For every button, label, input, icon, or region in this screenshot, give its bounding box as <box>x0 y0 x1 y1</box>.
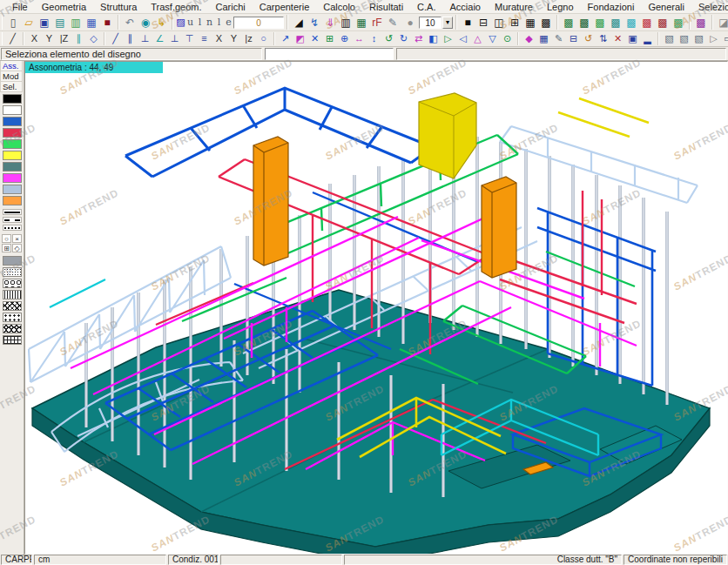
parallel-icon[interactable]: ∥ <box>71 32 86 45</box>
drop-view-icon[interactable]: ⇓ <box>322 15 338 30</box>
rf-filter-icon[interactable]: rF <box>369 15 385 30</box>
level-icon[interactable]: ▂ <box>640 32 655 45</box>
insert-node-icon[interactable]: ⊕ <box>337 32 352 45</box>
mesh-icon[interactable]: ▦ <box>536 32 551 45</box>
eraser-icon[interactable]: ◪ <box>716 15 728 30</box>
snap-grid-icon[interactable]: ≡ <box>197 32 212 45</box>
marker-square[interactable]: ⊞ <box>2 244 11 252</box>
extend-icon[interactable]: ▷ <box>441 32 455 45</box>
print-icon[interactable]: ▦ <box>84 15 99 30</box>
tab-modello[interactable]: Mod <box>0 71 23 82</box>
open-folder-icon[interactable]: ▱ <box>21 15 37 30</box>
menu-item[interactable]: Calcolo <box>316 1 362 13</box>
pattern-solid[interactable] <box>3 256 22 266</box>
select-window-icon[interactable]: ▩ <box>608 15 624 30</box>
snap-z-icon[interactable]: |z <box>241 32 256 45</box>
select-nodes-icon[interactable]: ▩ <box>561 15 576 30</box>
menu-item[interactable]: Geometria <box>35 1 93 13</box>
properties-icon[interactable]: ◆ <box>522 32 536 45</box>
select-previous-icon[interactable]: ▩ <box>671 15 686 30</box>
flip-icon[interactable]: ⇅ <box>596 32 610 45</box>
undo-icon[interactable]: ↶ <box>122 15 138 30</box>
line-numbering-button[interactable]: l <box>195 15 205 30</box>
pattern-dots-large[interactable] <box>3 313 22 322</box>
pattern-circles[interactable] <box>3 324 22 333</box>
edit-pencil-icon[interactable]: ✎ <box>551 32 566 45</box>
measure-pencil-icon[interactable]: ✎ <box>385 15 401 30</box>
flag-icon[interactable]: ▷ <box>706 32 721 45</box>
align-down-icon[interactable]: ▽ <box>485 32 500 45</box>
zoom-value-field[interactable]: 10 <box>419 17 442 29</box>
stretch-h-icon[interactable]: ↔ <box>352 32 367 45</box>
menu-item[interactable]: Risultati <box>362 1 410 13</box>
trim-icon[interactable]: ◁ <box>455 32 470 45</box>
break-icon[interactable]: ✕ <box>610 32 625 45</box>
pattern-diamond[interactable] <box>3 301 22 311</box>
redo-icon[interactable]: ↳ <box>153 15 169 30</box>
lock-x-icon[interactable]: X <box>27 32 42 45</box>
window-hsplit-icon[interactable]: ⊟ <box>475 15 491 30</box>
node-numbering-button[interactable]: u <box>185 15 195 30</box>
command-input[interactable] <box>265 48 394 60</box>
invert-selection-icon[interactable]: ▩ <box>655 15 671 30</box>
rotate-copy-icon[interactable]: ↺ <box>581 32 596 45</box>
swatch-orange[interactable] <box>3 196 22 205</box>
snap-normal-icon[interactable]: ⊥ <box>167 32 182 45</box>
pattern-hdots[interactable] <box>3 290 22 299</box>
swatch-teal[interactable] <box>3 162 22 172</box>
linestyle-dotted[interactable] <box>3 225 22 231</box>
mirror-icon[interactable]: ◧ <box>426 32 441 45</box>
join-icon[interactable]: ▣ <box>625 32 640 45</box>
rotate-view-icon[interactable]: ◉ <box>138 15 153 30</box>
menu-item[interactable]: Murature <box>488 1 540 13</box>
lock-y-icon[interactable]: Y <box>42 32 57 45</box>
wire-cube2-icon[interactable]: ▧ <box>677 32 691 45</box>
snap-x-icon[interactable]: X <box>212 32 226 45</box>
pattern-crosshatch[interactable] <box>3 335 22 345</box>
marker-circle[interactable]: ○ <box>2 234 11 243</box>
linestyle-solid[interactable] <box>3 209 22 215</box>
drawing-viewport[interactable]: Assonometria : 44, 49 <box>24 61 728 555</box>
menu-item[interactable]: Acciaio <box>443 1 488 13</box>
draw-line-icon[interactable]: ╱ <box>5 32 20 45</box>
menu-item[interactable]: Fondazioni <box>581 1 642 13</box>
linestyle-dashed[interactable] <box>3 217 22 223</box>
window-vsplit-icon[interactable]: ◫ <box>491 15 507 30</box>
swatch-black[interactable] <box>3 94 22 104</box>
menu-item[interactable]: Trasf.geom. <box>144 1 208 13</box>
entity-numbering-button[interactable]: e <box>224 15 233 30</box>
swatch-yellow[interactable] <box>3 151 22 160</box>
lasso-icon[interactable]: ○ <box>256 32 271 45</box>
snap-top-icon[interactable]: ⊤ <box>182 32 197 45</box>
stretch-v-icon[interactable]: ↕ <box>367 32 381 45</box>
select-all-icon[interactable]: ▩ <box>592 15 608 30</box>
snap-parallel-icon[interactable]: ∥ <box>123 32 138 45</box>
film-color-icon[interactable]: ▦ <box>354 15 369 30</box>
film-bw-icon[interactable]: ▥ <box>338 15 354 30</box>
tab-selezione[interactable]: Sel. <box>0 82 23 92</box>
wire-cube3-icon[interactable]: ▧ <box>691 32 706 45</box>
snap-y-icon[interactable]: Y <box>226 32 241 45</box>
pattern-checker[interactable] <box>3 267 22 277</box>
menu-item[interactable]: C.A. <box>410 1 442 13</box>
pattern-rings[interactable] <box>3 279 22 288</box>
swatch-crimson[interactable] <box>3 128 22 138</box>
menu-item[interactable]: Selezioni <box>691 1 728 13</box>
marker-diamond[interactable]: ◇ <box>12 244 22 252</box>
split-icon[interactable]: ⊟ <box>566 32 581 45</box>
new-document-icon[interactable]: ▯ <box>5 15 21 30</box>
dynamic-view-icon[interactable]: ↯ <box>307 15 322 30</box>
window-mosaic-icon[interactable]: ▩ <box>538 15 554 30</box>
copy-icon[interactable]: ◩ <box>293 32 307 45</box>
wire-cube-icon[interactable]: ▧ <box>662 32 677 45</box>
delete-icon[interactable]: ✕ <box>307 32 322 45</box>
shade-mode-icon[interactable]: ◢ <box>291 15 307 30</box>
select-crossing-icon[interactable]: ▩ <box>624 15 639 30</box>
swatch-magenta[interactable] <box>3 173 22 183</box>
window-single-icon[interactable]: ■ <box>460 15 475 30</box>
array-icon[interactable]: ⊞ <box>322 32 337 45</box>
offset-icon[interactable]: ⊙ <box>500 32 515 45</box>
swatch-blue[interactable] <box>3 117 22 126</box>
menu-item[interactable]: Generali <box>641 1 691 13</box>
menu-item[interactable]: File <box>5 1 35 13</box>
